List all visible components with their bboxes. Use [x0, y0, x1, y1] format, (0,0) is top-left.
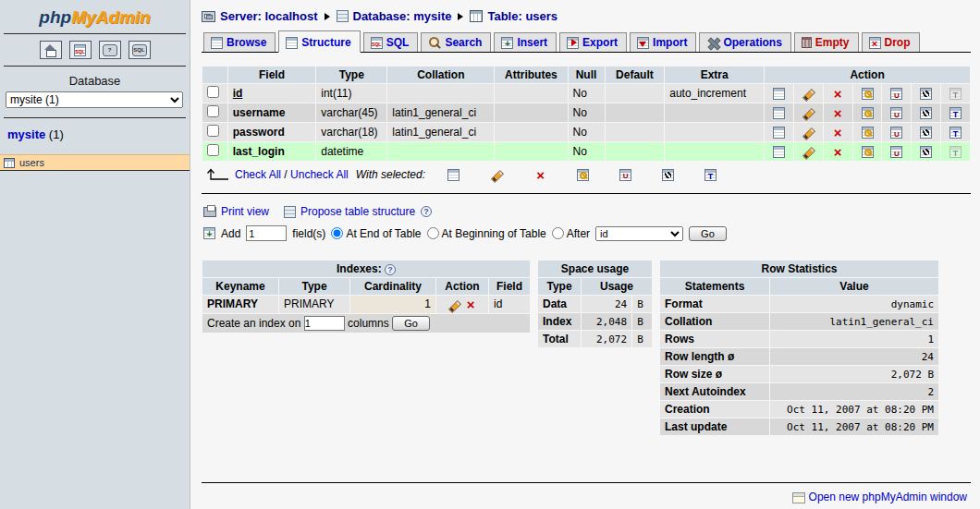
radio-at-end[interactable]: At End of Table [331, 227, 421, 240]
row-checkbox-password[interactable] [207, 125, 219, 137]
tab-empty[interactable]: Empty [794, 32, 859, 52]
add-field-go-button[interactable]: Go [689, 226, 727, 241]
row-checkbox-id[interactable] [207, 86, 219, 98]
tab-browse[interactable]: Browse [203, 32, 276, 52]
sql-bubble-icon: SQL [132, 44, 147, 56]
key-icon [862, 127, 874, 139]
breadcrumb-database[interactable]: Database: mysite [337, 9, 452, 23]
database-select[interactable]: mysite (1) [6, 91, 183, 108]
unique-icon [890, 146, 902, 158]
pencil-icon [802, 126, 815, 139]
help-icon[interactable] [385, 264, 396, 275]
fulltext-action [941, 84, 970, 103]
primary-action[interactable] [853, 142, 882, 161]
change-action[interactable] [794, 142, 823, 161]
col-extra: Extra [665, 67, 764, 83]
radio-at-beginning[interactable]: At Beginning of Table [427, 227, 546, 240]
index-action[interactable] [912, 142, 940, 161]
fulltext-selected-icon[interactable] [704, 169, 717, 181]
operations-icon [706, 37, 719, 49]
sidebar-table-users[interactable]: users [0, 154, 190, 171]
index-action[interactable] [912, 123, 940, 141]
query-window-button[interactable]: SQL [129, 41, 151, 59]
drop-icon [869, 37, 881, 49]
tab-search[interactable]: Search [421, 32, 491, 52]
tab-structure[interactable]: Structure [278, 30, 360, 53]
unique-selected-icon[interactable] [619, 169, 631, 181]
drop-action[interactable] [824, 123, 852, 141]
footer: Open new phpMyAdmin window [202, 482, 971, 503]
after-field-select[interactable]: id [595, 226, 683, 241]
home-button[interactable] [40, 41, 62, 59]
row-checkbox-last-login[interactable] [207, 144, 219, 156]
space-usage-section: Space usage Type Usage Data 24 B Index 2… [537, 260, 653, 348]
fulltext-action[interactable] [941, 103, 970, 122]
index-action[interactable] [912, 84, 940, 103]
change-selected-icon[interactable] [490, 168, 504, 181]
browse-action[interactable] [765, 123, 793, 141]
create-index-go-button[interactable]: Go [392, 316, 430, 331]
tab-bar: Browse Structure SQL Search Insert Expor… [202, 30, 971, 53]
tab-operations[interactable]: Operations [699, 32, 790, 52]
index-columns-input[interactable] [304, 316, 345, 331]
tab-export[interactable]: Export [559, 32, 627, 52]
field-name: username [228, 103, 316, 122]
browse-icon [773, 127, 785, 139]
primary-action[interactable] [853, 103, 882, 122]
space-usage-title: Space usage [538, 261, 652, 277]
tab-drop[interactable]: Drop [862, 32, 920, 52]
sidebar-db-link[interactable]: mysite [7, 127, 45, 141]
print-view-link[interactable]: Print view [203, 205, 269, 218]
radio-after[interactable]: After [552, 227, 590, 240]
row-checkbox-username[interactable] [207, 105, 219, 117]
browse-selected-icon[interactable] [447, 169, 459, 181]
drop-action[interactable] [824, 142, 852, 161]
tab-import[interactable]: Import [630, 32, 696, 52]
drop-index-icon[interactable] [465, 298, 477, 310]
unique-action[interactable] [882, 84, 911, 103]
browse-action[interactable] [765, 103, 793, 122]
change-action[interactable] [794, 84, 823, 103]
drop-action[interactable] [824, 84, 852, 103]
primary-action[interactable] [853, 84, 882, 103]
check-all-link[interactable]: Check All [235, 168, 281, 181]
unique-action[interactable] [882, 103, 911, 122]
index-selected-icon[interactable] [662, 169, 674, 181]
index-icon [920, 88, 932, 100]
space-usage-table: Space usage Type Usage Data 24 B Index 2… [537, 260, 653, 348]
browse-action[interactable] [765, 84, 793, 103]
fulltext-action[interactable] [941, 123, 970, 141]
drop-action[interactable] [824, 103, 852, 122]
index-icon [920, 127, 932, 139]
uncheck-all-link[interactable]: Uncheck All [290, 168, 349, 181]
check-arrow-icon [205, 167, 229, 182]
unique-icon [890, 107, 902, 119]
fulltext-icon [949, 88, 962, 100]
tools-line: Print view Propose table structure [202, 203, 971, 224]
unique-action[interactable] [882, 142, 911, 161]
drop-selected-icon[interactable] [534, 169, 546, 181]
change-action[interactable] [794, 123, 823, 141]
primary-selected-icon[interactable] [577, 169, 589, 181]
sidebar: phpMyAdmin ? SQL Database mysite (1) mys… [0, 0, 190, 509]
propose-structure-link[interactable]: Propose table structure [284, 205, 415, 218]
tab-sql[interactable]: SQL [363, 32, 419, 52]
edit-index-icon[interactable] [447, 298, 461, 311]
index-action[interactable] [912, 103, 940, 122]
add-field-count-input[interactable] [246, 225, 287, 241]
tab-insert[interactable]: Insert [494, 32, 557, 52]
change-action[interactable] [794, 103, 823, 122]
breadcrumb-server[interactable]: Server: localhost [202, 9, 318, 23]
help-icon[interactable] [421, 206, 432, 217]
col-type: Type [316, 67, 386, 83]
add-label: Add [221, 227, 240, 240]
key-icon [862, 107, 874, 119]
open-new-window-link[interactable]: Open new phpMyAdmin window [792, 491, 967, 503]
primary-action[interactable] [853, 123, 882, 141]
sql-query-button[interactable] [69, 41, 92, 59]
table-row: id int(11) No auto_increment [202, 84, 970, 103]
unique-action[interactable] [882, 123, 911, 141]
breadcrumb-table[interactable]: Table: users [470, 9, 557, 23]
browse-action[interactable] [765, 142, 793, 161]
docs-button[interactable]: ? [99, 41, 121, 59]
